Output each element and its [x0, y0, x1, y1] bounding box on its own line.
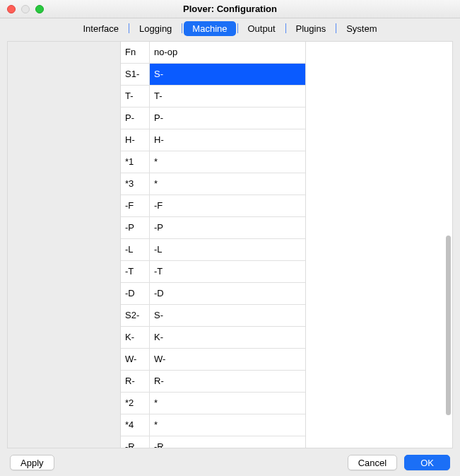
mapping-value[interactable]: S- [150, 64, 305, 85]
tab-separator [237, 23, 238, 33]
mapping-value[interactable]: -F [150, 195, 305, 216]
table-row[interactable]: -D-D [121, 283, 305, 305]
mapping-key: K- [121, 327, 150, 348]
mapping-key: -T [121, 261, 150, 282]
mapping-key: *1 [121, 151, 150, 173]
mapping-value[interactable]: * [150, 173, 305, 195]
tab-output[interactable]: Output [240, 21, 284, 36]
mapping-key: -D [121, 283, 150, 304]
bottom-bar: Apply Cancel OK [0, 453, 460, 476]
table-row[interactable]: W-W- [121, 349, 305, 371]
table-row[interactable]: Fnno-op [121, 42, 305, 64]
mapping-value[interactable]: -L [150, 239, 305, 260]
mapping-key: H- [121, 129, 150, 151]
mapping-value[interactable]: -P [150, 217, 305, 238]
mapping-value[interactable]: -T [150, 261, 305, 282]
minimize-icon [21, 5, 30, 13]
content-panel: Fnno-opS1-S-T-T-P-P-H-H-*1**3*-F-F-P-P-L… [7, 41, 453, 448]
mapping-key: Fn [121, 42, 150, 63]
table-row[interactable]: S2-S- [121, 305, 305, 327]
mapping-key: W- [121, 349, 150, 370]
titlebar: Plover: Configuration [0, 0, 460, 18]
left-panel [8, 42, 121, 448]
tab-plugins[interactable]: Plugins [288, 21, 335, 36]
key-mapping-table[interactable]: Fnno-opS1-S-T-T-P-P-H-H-*1**3*-F-F-P-P-L… [121, 42, 306, 448]
mapping-key: *4 [121, 414, 150, 436]
mapping-key: *2 [121, 393, 150, 414]
mapping-key: R- [121, 371, 150, 392]
table-row[interactable]: -F-F [121, 195, 305, 217]
mapping-value[interactable]: T- [150, 86, 305, 107]
mapping-value[interactable]: * [150, 151, 305, 173]
mapping-value[interactable]: no-op [150, 42, 305, 63]
table-row[interactable]: H-H- [121, 129, 305, 151]
table-row[interactable]: -R-R [121, 436, 305, 448]
close-icon[interactable] [7, 5, 16, 13]
mapping-value[interactable]: -D [150, 283, 305, 304]
scrollbar-vertical[interactable] [446, 236, 451, 415]
tab-separator [336, 23, 336, 33]
tab-bar: Interface Logging Machine Output Plugins… [0, 18, 460, 38]
ok-button[interactable]: OK [404, 455, 450, 470]
mapping-key: -L [121, 239, 150, 260]
mapping-value[interactable]: H- [150, 129, 305, 151]
tab-separator [129, 23, 129, 33]
table-row[interactable]: T-T- [121, 86, 305, 108]
mapping-key: -P [121, 217, 150, 238]
mapping-value[interactable]: * [150, 393, 305, 414]
tab-interface[interactable]: Interface [74, 21, 127, 36]
tab-system[interactable]: System [338, 21, 385, 36]
mapping-key: -R [121, 436, 150, 448]
table-row[interactable]: S1-S- [121, 64, 305, 86]
cancel-button[interactable]: Cancel [348, 455, 397, 470]
mapping-key: -F [121, 195, 150, 216]
table-row[interactable]: *1* [121, 151, 305, 173]
mapping-value[interactable]: -R [150, 436, 305, 448]
mapping-key: P- [121, 108, 150, 129]
mapping-value[interactable]: S- [150, 305, 305, 326]
table-row[interactable]: -T-T [121, 261, 305, 283]
apply-button[interactable]: Apply [10, 455, 54, 470]
table-row[interactable]: *2* [121, 393, 305, 414]
table-row[interactable]: *4* [121, 414, 305, 436]
mapping-key: *3 [121, 173, 150, 195]
table-row[interactable]: *3* [121, 173, 305, 195]
table-row[interactable]: -P-P [121, 217, 305, 239]
window-controls [7, 5, 44, 13]
tab-machine[interactable]: Machine [184, 21, 235, 36]
tab-separator [285, 23, 286, 33]
mapping-key: S1- [121, 64, 150, 85]
tab-logging[interactable]: Logging [131, 21, 180, 36]
table-row[interactable]: K-K- [121, 327, 305, 349]
table-row[interactable]: R-R- [121, 371, 305, 393]
mapping-value[interactable]: K- [150, 327, 305, 348]
table-row[interactable]: -L-L [121, 239, 305, 261]
mapping-value[interactable]: P- [150, 108, 305, 129]
window-title: Plover: Configuration [0, 4, 460, 14]
zoom-icon[interactable] [35, 5, 44, 13]
mapping-value[interactable]: W- [150, 349, 305, 370]
mapping-key: S2- [121, 305, 150, 326]
tab-separator [182, 23, 182, 33]
mapping-key: T- [121, 86, 150, 107]
mapping-value[interactable]: R- [150, 371, 305, 392]
mapping-value[interactable]: * [150, 414, 305, 436]
table-row[interactable]: P-P- [121, 108, 305, 129]
